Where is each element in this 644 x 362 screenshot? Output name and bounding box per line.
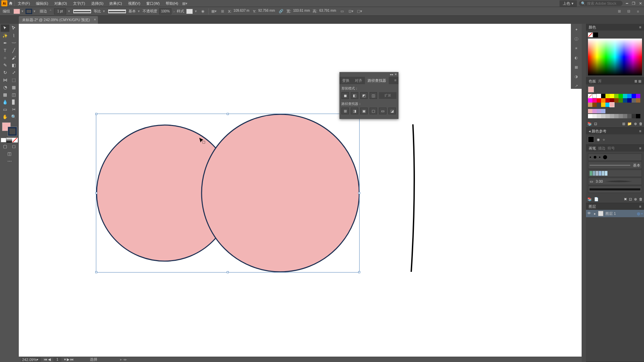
remove-brush-stroke-icon[interactable]: ✖ [624, 197, 627, 201]
close-tab-icon[interactable]: × [94, 18, 96, 21]
stroke-weight-input[interactable] [54, 8, 66, 14]
selection-tool[interactable] [1, 24, 9, 32]
menu-help[interactable]: 帮助(H) [163, 0, 181, 7]
y-value[interactable]: 92.756 mm [258, 9, 276, 14]
perspective-tool[interactable]: ▦ [9, 83, 18, 91]
panel-menu-icon[interactable]: ≡ [639, 129, 641, 133]
handle-w[interactable] [95, 192, 97, 194]
brushes-tab[interactable]: 画笔 [589, 146, 596, 150]
intersect-button[interactable]: ◩ [360, 92, 368, 99]
envelope-icon[interactable]: ▢▾ [356, 8, 363, 15]
tab-transform[interactable]: 变换 [339, 77, 352, 84]
crop-button[interactable]: ▢ [370, 108, 377, 114]
graphic-styles-icon[interactable]: ▦ [573, 64, 579, 70]
opacity-input[interactable] [159, 8, 171, 14]
tab-align[interactable]: 对齐 [352, 77, 365, 84]
handle-n[interactable] [227, 113, 229, 115]
layer-name[interactable]: 图层 1 [605, 211, 616, 216]
brush-charcoal-row[interactable] [588, 186, 642, 193]
swatch-list-icon[interactable]: ≣ [634, 79, 637, 83]
line-tool[interactable]: ╱ [9, 47, 18, 54]
swatch-options-icon[interactable]: ⊞ [622, 122, 625, 126]
symbols-tab[interactable]: 符号 [607, 146, 615, 150]
edit-toolbar[interactable]: ⋯ [1, 157, 18, 165]
info-icon[interactable]: ⓘ [573, 36, 579, 42]
divide-button[interactable]: ⊞ [341, 108, 349, 114]
recolor-icon[interactable]: ◉ [200, 8, 206, 15]
appearance-icon[interactable]: ◐ [573, 55, 579, 61]
color-mode-none[interactable] [12, 138, 18, 142]
new-brush-icon[interactable]: ⊕ [634, 197, 637, 201]
layers-title[interactable]: 图层 [589, 204, 596, 209]
panel-close-icon[interactable]: ✕ [394, 73, 397, 76]
window-close[interactable]: ✕ [638, 1, 643, 6]
stroke-color[interactable] [8, 127, 17, 136]
ellipse-tool[interactable]: ○ [1, 54, 9, 61]
width-profile[interactable] [73, 9, 92, 14]
stray-curve[interactable] [411, 124, 414, 272]
brush-basic-row[interactable] [588, 154, 642, 161]
swatches-tab[interactable]: 色板 [589, 79, 596, 83]
mesh-tool[interactable]: ▩ [1, 91, 9, 98]
target-icon[interactable]: ◎ ▫ [637, 212, 643, 216]
zoom-level[interactable]: 242.09% ▾ [21, 357, 41, 362]
menu-edit[interactable]: 编辑(E) [33, 0, 51, 7]
paintbrush-tool[interactable]: 🖌 [9, 54, 18, 61]
layer-row[interactable]: 👁 ▸ 图层 1 ◎ ▫ [586, 210, 644, 217]
black-swatch[interactable] [593, 33, 598, 37]
color-mode-solid[interactable] [1, 138, 6, 142]
delete-brush-icon[interactable]: 🗑 [639, 197, 643, 201]
graphic-style[interactable] [186, 9, 193, 14]
brush-options-icon[interactable]: ⊡ [629, 197, 632, 201]
curvature-tool[interactable]: 〰 [9, 39, 18, 47]
brush-definition[interactable] [108, 9, 126, 14]
panel-menu-icon[interactable]: ≡ [639, 204, 641, 208]
link-wh-icon[interactable]: 🔗 [278, 8, 284, 15]
color-spectrum[interactable] [588, 39, 642, 75]
window-restore[interactable]: ❐ [631, 1, 636, 6]
hand-tool[interactable]: ✋ [1, 113, 9, 120]
shape-icon[interactable]: ▭ [339, 8, 345, 15]
window-minimize[interactable]: ━ [625, 1, 629, 6]
arrange-docs-icon[interactable]: ▦▾ [181, 0, 188, 7]
pen-tool[interactable]: ✒ [1, 39, 9, 47]
transform-icon[interactable]: ⊞ [219, 8, 226, 15]
minus-back-button[interactable]: ◪ [388, 108, 396, 114]
type-tool[interactable]: T [1, 47, 9, 54]
scale-tool[interactable]: ⤢ [9, 69, 18, 76]
swatches-grid[interactable] [588, 94, 642, 107]
swatch-lib-menu-icon[interactable]: 📚 [587, 122, 592, 126]
draw-mode[interactable]: ◫ [1, 150, 18, 157]
h-value[interactable]: 63.791 mm [319, 9, 337, 14]
trim-button[interactable]: ◨ [351, 108, 358, 114]
unite-button[interactable]: ◼ [341, 92, 349, 99]
panel-menu-icon[interactable]: ≡ [639, 146, 641, 150]
magic-wand-tool[interactable]: ✨ [1, 32, 9, 39]
stroke-tab[interactable]: 描边 [598, 146, 605, 150]
brush-calligraphic-row[interactable] [588, 170, 642, 177]
eraser-tool[interactable]: ◧ [9, 61, 18, 69]
expand-button[interactable]: 扩展 [379, 92, 396, 99]
menu-view[interactable]: 视图(V) [125, 0, 143, 7]
harmony-variations-icon[interactable]: ⟐ [603, 137, 605, 141]
handle-s[interactable] [227, 271, 229, 273]
next-artboard-icon[interactable]: ▶ [67, 357, 69, 362]
menu-effect[interactable]: 效果(C) [107, 0, 124, 7]
lib-tab[interactable]: 库 [598, 79, 602, 83]
properties-icon[interactable]: ✦ [573, 26, 579, 33]
libraries-icon[interactable]: ☀ [573, 45, 579, 51]
handle-se[interactable] [358, 271, 360, 273]
outline-button[interactable]: ▭ [379, 108, 386, 114]
new-swatch-icon[interactable]: ⊕ [634, 122, 637, 126]
canvas[interactable] [19, 24, 582, 357]
menu-type[interactable]: 文字(T) [70, 0, 88, 7]
zoom-tool[interactable]: 🔍 [9, 113, 18, 120]
slice-tool[interactable]: ✂ [9, 106, 18, 113]
snap-icon[interactable]: ⊟ [625, 8, 632, 15]
first-artboard-icon[interactable]: ⏮ [44, 357, 47, 362]
exclude-button[interactable]: ◫ [370, 92, 377, 99]
brush-3pt-row[interactable]: ▭3.00 [588, 178, 642, 185]
screen-mode-normal[interactable]: ▢ [1, 142, 9, 150]
brush-basic-label-row[interactable]: 基本 [588, 162, 642, 169]
swatch-grid-icon[interactable]: ⊞ [638, 79, 641, 83]
